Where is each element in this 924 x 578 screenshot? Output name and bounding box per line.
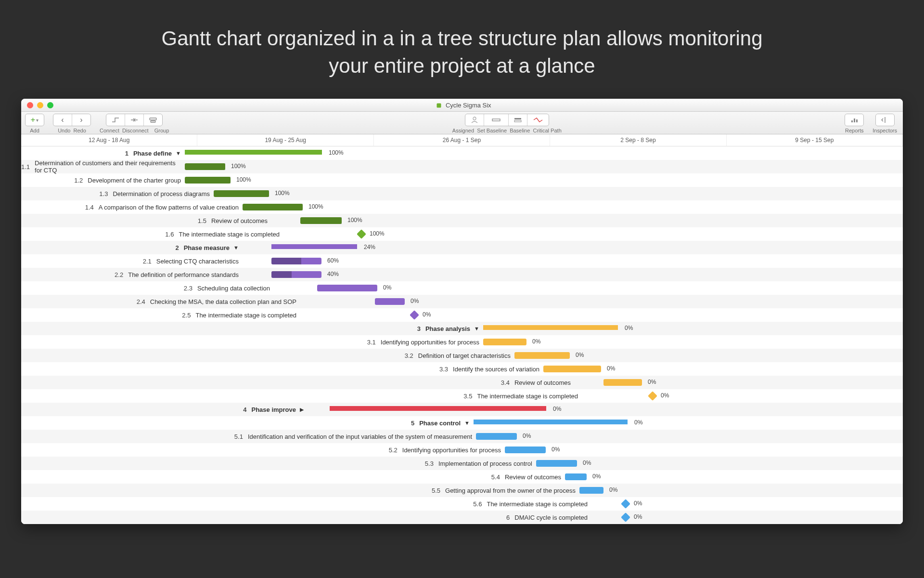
titlebar: Cycle Sigma Six: [21, 99, 903, 112]
task-label: 5.5Getting approval from the owner of th…: [21, 484, 579, 497]
critical-path-button[interactable]: [527, 114, 549, 126]
task-bar[interactable]: [271, 271, 321, 278]
task-bar[interactable]: [243, 204, 303, 210]
task-label: 5.4Review of outcomes: [21, 470, 565, 484]
task-bar[interactable]: [514, 352, 570, 359]
disconnect-button[interactable]: [125, 114, 144, 126]
gantt-row[interactable]: 5.1Identification and verification of th…: [21, 430, 903, 443]
reports-button[interactable]: [845, 114, 863, 126]
disclosure-icon[interactable]: ▼: [233, 245, 239, 250]
task-bar[interactable]: [565, 473, 587, 480]
gantt-row[interactable]: 1.2Development of the charter group100%: [21, 173, 903, 187]
percent-label: 0%: [607, 365, 615, 372]
gantt-row[interactable]: 2.1Selecting CTQ characteristics60%: [21, 254, 903, 268]
percent-label: 24%: [364, 244, 375, 250]
gantt-row[interactable]: 6DMAIC cycle is completed0%: [21, 511, 903, 524]
gantt-row[interactable]: 5.3Implementation of process control0%: [21, 457, 903, 470]
milestone-icon[interactable]: [410, 310, 419, 320]
group-button[interactable]: [144, 114, 162, 126]
timeline-week: 26 Aug - 1 Sep: [374, 134, 550, 146]
percent-label: 100%: [370, 230, 385, 237]
gantt-cell: 0%: [591, 511, 903, 524]
gantt-row[interactable]: 1.3Determination of process diagrams100%: [21, 187, 903, 200]
disclosure-icon[interactable]: ▼: [474, 326, 479, 331]
milestone-icon[interactable]: [621, 499, 630, 509]
task-label: 5.6The intermediate stage is completed: [21, 497, 591, 511]
minimize-icon[interactable]: [37, 102, 43, 108]
task-bar[interactable]: [536, 460, 577, 467]
task-bar[interactable]: [375, 298, 405, 305]
gantt-row[interactable]: 1.1Determination of customers and their …: [21, 160, 903, 173]
gantt-row[interactable]: 3Phase analysis▼0%: [21, 322, 903, 335]
task-label: 1.5Review of outcomes: [21, 214, 271, 227]
maximize-icon[interactable]: [47, 102, 53, 108]
summary-bar[interactable]: [185, 150, 322, 155]
gantt-row[interactable]: 3.4Review of outcomes0%: [21, 376, 903, 389]
gantt-cell: 0%: [474, 416, 903, 430]
gantt-row[interactable]: 3.5The intermediate stage is completed0%: [21, 389, 903, 403]
gantt-row[interactable]: 5.6The intermediate stage is completed0%: [21, 497, 903, 511]
set-baseline-button[interactable]: [484, 114, 509, 126]
inspectors-button[interactable]: [876, 114, 894, 126]
milestone-icon[interactable]: [648, 391, 657, 401]
milestone-icon[interactable]: [357, 229, 366, 239]
gantt-row[interactable]: 1.5Review of outcomes100%: [21, 214, 903, 227]
task-bar[interactable]: [300, 217, 342, 224]
task-bar[interactable]: [476, 433, 517, 440]
task-label: 5.1Identification and verification of th…: [21, 430, 476, 443]
task-bar[interactable]: [543, 366, 601, 372]
gantt-row[interactable]: 4Phase improve▶0%: [21, 403, 903, 416]
task-bar[interactable]: [483, 339, 526, 345]
redo-button[interactable]: ›: [72, 114, 90, 126]
task-bar[interactable]: [603, 379, 642, 386]
gantt-row[interactable]: 5.4Review of outcomes0%: [21, 470, 903, 484]
gantt-row[interactable]: 2.3Scheduling data collection0%: [21, 281, 903, 295]
svg-rect-0: [437, 103, 441, 107]
gantt-row[interactable]: 2.4Checking the MSA, the data collection…: [21, 295, 903, 308]
baseline-button[interactable]: [509, 114, 527, 126]
gantt-row[interactable]: 2.2The definition of performance standar…: [21, 268, 903, 281]
summary-bar[interactable]: [330, 406, 546, 411]
gantt-row[interactable]: 1.6The intermediate stage is completed10…: [21, 227, 903, 241]
add-button[interactable]: +▾: [26, 114, 44, 126]
disclosure-icon[interactable]: ▶: [300, 407, 304, 413]
task-bar[interactable]: [185, 163, 225, 170]
gantt-row[interactable]: 2Phase measure▼24%: [21, 241, 903, 254]
task-label: 2.2The definition of performance standar…: [21, 268, 243, 281]
summary-bar[interactable]: [474, 420, 628, 424]
disclosure-icon[interactable]: ▼: [176, 150, 181, 156]
task-bar[interactable]: [579, 487, 603, 494]
gantt-cell: 0%: [300, 308, 903, 322]
gantt-row[interactable]: 2.5The intermediate stage is completed0%: [21, 308, 903, 322]
task-bar[interactable]: [185, 177, 231, 184]
gantt-row[interactable]: 5.5Getting approval from the owner of th…: [21, 484, 903, 497]
task-bar[interactable]: [317, 285, 377, 291]
gantt-row[interactable]: 5.2Identifying opportunities for process…: [21, 443, 903, 457]
percent-label: 0%: [634, 419, 642, 426]
reports-label: Reports: [845, 128, 864, 133]
task-bar[interactable]: [214, 190, 269, 197]
gantt-cell: 0%: [505, 443, 903, 457]
close-icon[interactable]: [27, 102, 33, 108]
summary-bar[interactable]: [271, 244, 357, 249]
connect-button[interactable]: [106, 114, 125, 126]
task-bar[interactable]: [271, 258, 321, 264]
gantt-row[interactable]: 5Phase control▼0%: [21, 416, 903, 430]
disclosure-icon[interactable]: ▼: [464, 420, 470, 426]
percent-label: 0%: [634, 513, 642, 520]
task-label: 4Phase improve▶: [21, 403, 308, 416]
undo-button[interactable]: ‹: [53, 114, 72, 126]
gantt-row[interactable]: 1.4A comparison of the flow patterns of …: [21, 200, 903, 214]
milestone-icon[interactable]: [621, 512, 630, 522]
summary-bar[interactable]: [483, 325, 618, 330]
task-bar[interactable]: [505, 447, 546, 453]
timeline-week: 9 Sep - 15 Sep: [727, 134, 903, 146]
gantt-row[interactable]: 3.1Identifying opportunities for process…: [21, 335, 903, 349]
assigned-button[interactable]: [465, 114, 484, 126]
percent-label: 0%: [423, 311, 431, 318]
task-label: 1.4A comparison of the flow patterns of …: [21, 200, 243, 214]
gantt-row[interactable]: 1Phase define▼100%: [21, 146, 903, 160]
gantt-row[interactable]: 3.3Identify the sources of variation0%: [21, 362, 903, 376]
gantt-row[interactable]: 3.2Definition of target characteristics0…: [21, 349, 903, 362]
gantt-cell: 100%: [185, 160, 903, 173]
